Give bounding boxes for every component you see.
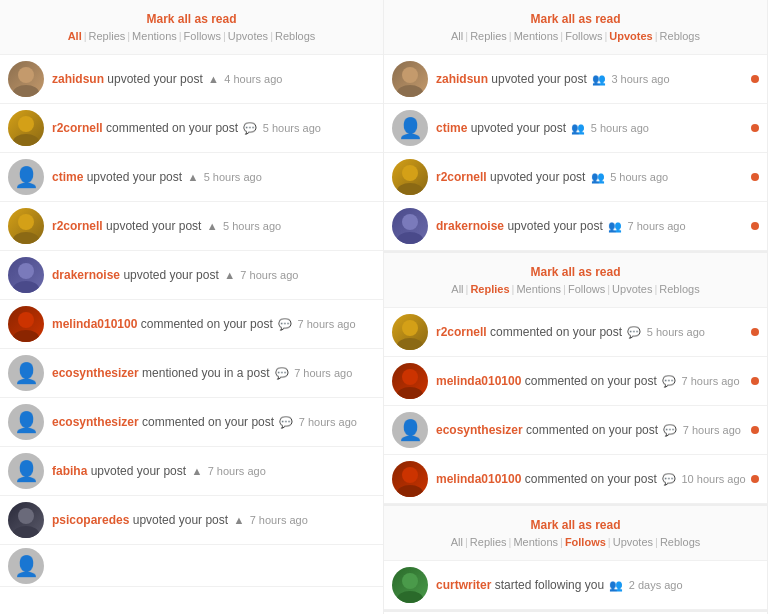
avatar-eco-right2: 👤 (392, 412, 428, 448)
notif-item-r2cornell-comment-left: r2cornell commented on your post 💬 5 hou… (0, 104, 383, 153)
avatar-r2cornell-upvote-left (8, 208, 44, 244)
r3-filter-reblogs[interactable]: Reblogs (660, 536, 700, 548)
filter-follows-left[interactable]: Follows (184, 30, 221, 42)
avatar-zahidsun-left (8, 61, 44, 97)
svg-point-5 (13, 232, 39, 244)
r1-filter-follows[interactable]: Follows (565, 30, 602, 42)
upvote-icon-ctime-left: ▲ (187, 171, 198, 183)
notif-item-partial-left: 👤 (0, 545, 383, 587)
r3-filter-upvotes[interactable]: Upvotes (613, 536, 653, 548)
left-filter-bar: All|Replies|Mentions|Follows|Upvotes|Reb… (8, 28, 375, 48)
avatar-curtwriter-right3 (392, 567, 428, 603)
person-icon-ctime-left: 👤 (14, 159, 39, 195)
username-melinda2-right2[interactable]: melinda010100 (436, 472, 521, 486)
filter-reblogs-left[interactable]: Reblogs (275, 30, 315, 42)
r2-filter-reblogs[interactable]: Reblogs (659, 283, 699, 295)
svg-point-0 (18, 67, 34, 83)
time-r2cornell-right1: 5 hours ago (610, 171, 668, 183)
person-icon-fabiha-left: 👤 (14, 453, 39, 489)
right-group-replies: Mark all as read All|Replies|Mentions|Fo… (384, 253, 767, 506)
r1-filter-mentions[interactable]: Mentions (514, 30, 559, 42)
svg-point-9 (13, 330, 39, 342)
username-ctime-right1[interactable]: ctime (436, 121, 467, 135)
svg-point-23 (397, 485, 423, 497)
notif-text-melinda2-right2: melinda010100 commented on your post 💬 1… (436, 471, 747, 488)
follow-icon-r2cornell-right1: 👥 (591, 171, 605, 183)
username-psico-left[interactable]: psicoparedes (52, 513, 129, 527)
username-drakernoise-left[interactable]: drakernoise (52, 268, 120, 282)
username-curtwriter-right3[interactable]: curtwriter (436, 578, 491, 592)
time-zahidsun-right1: 3 hours ago (611, 73, 669, 85)
username-zahidsun-left[interactable]: zahidsun (52, 72, 104, 86)
unread-dot-r2cornell-right2 (751, 328, 759, 336)
filter-upvotes-left[interactable]: Upvotes (228, 30, 268, 42)
right-mark-all-read-3[interactable]: Mark all as read (392, 512, 759, 534)
filter-replies-left[interactable]: Replies (89, 30, 126, 42)
follow-icon-drakernoise-right1: 👥 (608, 220, 622, 232)
username-melinda-right2[interactable]: melinda010100 (436, 374, 521, 388)
upvote-icon-fabiha-left: ▲ (191, 465, 202, 477)
notif-item-r2cornell-upvote-left: r2cornell upvoted your post ▲ 5 hours ag… (0, 202, 383, 251)
avatar-ctime-right1: 👤 (392, 110, 428, 146)
notif-text-r2cornell-right2: r2cornell commented on your post 💬 5 hou… (436, 324, 747, 341)
notif-text-ctime-right1: ctime upvoted your post 👥 5 hours ago (436, 120, 747, 137)
username-eco-mention-left[interactable]: ecosynthesizer (52, 366, 139, 380)
r3-filter-replies[interactable]: Replies (470, 536, 507, 548)
username-eco-comment-left[interactable]: ecosynthesizer (52, 415, 139, 429)
right-filter-bar-1: All|Replies|Mentions|Follows|Upvotes|Reb… (392, 28, 759, 48)
notif-text-eco-right2: ecosynthesizer commented on your post 💬 … (436, 422, 747, 439)
r3-filter-follows[interactable]: Follows (565, 536, 606, 548)
r1-filter-upvotes[interactable]: Upvotes (609, 30, 652, 42)
r2-filter-upvotes[interactable]: Upvotes (612, 283, 652, 295)
svg-point-16 (402, 214, 418, 230)
r1-filter-replies[interactable]: Replies (470, 30, 507, 42)
filter-mentions-left[interactable]: Mentions (132, 30, 177, 42)
person-icon-ctime-right1: 👤 (398, 110, 423, 146)
time-psico-left: 7 hours ago (250, 514, 308, 526)
mention-icon-eco-left: 💬 (275, 367, 289, 379)
svg-point-4 (18, 214, 34, 230)
avatar-r2cornell-right2 (392, 314, 428, 350)
r2-filter-all[interactable]: All (451, 283, 463, 295)
right-mark-all-read-2[interactable]: Mark all as read (392, 259, 759, 281)
unread-dot-zahidsun-right1 (751, 75, 759, 83)
svg-point-6 (18, 263, 34, 279)
svg-point-14 (402, 165, 418, 181)
avatar-r2cornell-right1 (392, 159, 428, 195)
avatar-melinda-left (8, 306, 44, 342)
username-zahidsun-right1[interactable]: zahidsun (436, 72, 488, 86)
username-drakernoise-right1[interactable]: drakernoise (436, 219, 504, 233)
username-r2cornell-right1[interactable]: r2cornell (436, 170, 487, 184)
username-r2cornell-comment-left[interactable]: r2cornell (52, 121, 103, 135)
r1-filter-reblogs[interactable]: Reblogs (660, 30, 700, 42)
username-melinda-left[interactable]: melinda010100 (52, 317, 137, 331)
notif-text-fabiha-left: fabiha upvoted your post ▲ 7 hours ago (52, 463, 375, 480)
r1-filter-all[interactable]: All (451, 30, 463, 42)
svg-point-12 (402, 67, 418, 83)
username-r2cornell-right2[interactable]: r2cornell (436, 325, 487, 339)
r3-filter-mentions[interactable]: Mentions (513, 536, 558, 548)
avatar-partial-left: 👤 (8, 548, 44, 584)
filter-all-left[interactable]: All (68, 30, 82, 42)
upvote-icon-drakernoise-left: ▲ (224, 269, 235, 281)
r3-filter-all[interactable]: All (451, 536, 463, 548)
avatar-zahidsun-right1 (392, 61, 428, 97)
notif-text-curtwriter-right3: curtwriter started following you 👥 2 day… (436, 577, 759, 594)
follow-icon-curtwriter-right3: 👥 (609, 579, 623, 591)
username-r2cornell-upvote-left[interactable]: r2cornell (52, 219, 103, 233)
left-mark-all-read[interactable]: Mark all as read (8, 6, 375, 28)
notif-text-r2cornell-left: r2cornell commented on your post 💬 5 hou… (52, 120, 375, 137)
comment-icon-r2cornell-left: 💬 (243, 122, 257, 134)
notif-item-drakernoise-left: drakernoise upvoted your post ▲ 7 hours … (0, 251, 383, 300)
person-icon-partial-left: 👤 (14, 548, 39, 584)
unread-dot-drakernoise-right1 (751, 222, 759, 230)
r2-filter-replies[interactable]: Replies (470, 283, 509, 295)
username-ctime-left[interactable]: ctime (52, 170, 83, 184)
r2-filter-mentions[interactable]: Mentions (516, 283, 561, 295)
svg-point-17 (397, 232, 423, 244)
username-eco-right2[interactable]: ecosynthesizer (436, 423, 523, 437)
r2-filter-follows[interactable]: Follows (568, 283, 605, 295)
right-mark-all-read-1[interactable]: Mark all as read (392, 6, 759, 28)
time-eco-mention-left: 7 hours ago (294, 367, 352, 379)
username-fabiha-left[interactable]: fabiha (52, 464, 87, 478)
